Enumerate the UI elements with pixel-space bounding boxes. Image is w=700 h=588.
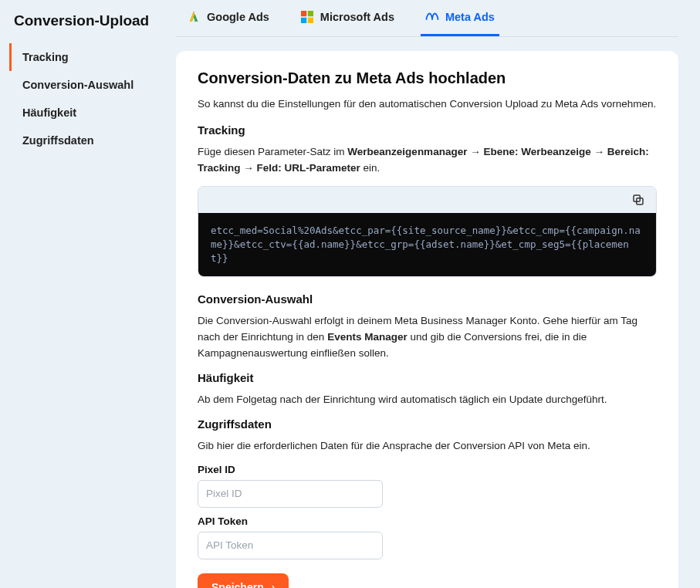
conversion-text: Die Conversion-Auswahl erfolgt in deinem… [198, 313, 657, 362]
sidebar: Conversion-Upload Tracking Conversion-Au… [0, 0, 171, 588]
sidebar-item-label: Conversion-Auswahl [22, 79, 134, 91]
label-api-token: API Token [198, 515, 657, 527]
save-button-label: Speichern [211, 581, 264, 588]
sidebar-item-label: Tracking [22, 51, 69, 63]
sidebar-item-label: Häufigkeit [22, 106, 76, 119]
page-title: Conversion-Upload [14, 12, 165, 29]
tab-google-ads[interactable]: Google Ads [182, 0, 274, 36]
heading-conversion: Conversion-Auswahl [198, 292, 657, 306]
pixel-id-input[interactable] [198, 480, 383, 508]
google-ads-icon [187, 10, 201, 24]
tabs: Google Ads Microsoft Ads Meta Ads [176, 0, 678, 37]
sidebar-item-zugriffsdaten[interactable]: Zugriffsdaten [9, 127, 165, 154]
sidebar-item-tracking[interactable]: Tracking [9, 43, 165, 71]
svg-rect-0 [301, 11, 306, 16]
meta-icon [425, 10, 439, 24]
code-block: etcc_med=Social%20Ads&etcc_par={{site_so… [198, 186, 657, 277]
main: Google Ads Microsoft Ads Meta Ads Conver… [171, 0, 700, 588]
frequency-text: Ab dem Folgetag nach der Einrichtung wir… [198, 392, 657, 408]
tracking-instruction: Füge diesen Parameter-Satz im Werbeanzei… [198, 144, 657, 177]
svg-rect-3 [308, 18, 313, 23]
heading-tracking: Tracking [198, 123, 657, 137]
sidebar-nav: Tracking Conversion-Auswahl Häufigkeit Z… [9, 43, 165, 154]
api-token-input[interactable] [198, 532, 383, 559]
tab-label: Microsoft Ads [320, 11, 394, 23]
tab-label: Google Ads [207, 11, 269, 23]
save-button[interactable]: Speichern › [198, 573, 289, 588]
sidebar-item-label: Zugriffsdaten [22, 134, 94, 147]
tab-label: Meta Ads [445, 11, 495, 23]
tab-meta-ads[interactable]: Meta Ads [421, 0, 499, 36]
tab-microsoft-ads[interactable]: Microsoft Ads [296, 0, 399, 36]
code-toolbar [198, 187, 656, 213]
sidebar-item-haeufigkeit[interactable]: Häufigkeit [9, 99, 165, 127]
microsoft-icon [300, 10, 314, 24]
heading-frequency: Häufigkeit [198, 371, 657, 384]
chevron-right-icon: › [272, 581, 275, 588]
content-title: Conversion-Daten zu Meta Ads hochladen [198, 69, 657, 87]
code-content[interactable]: etcc_med=Social%20Ads&etcc_par={{site_so… [198, 213, 656, 276]
svg-rect-2 [301, 18, 306, 23]
svg-rect-1 [308, 11, 313, 16]
content-intro: So kannst du die Einstellungen für den a… [198, 98, 657, 110]
copy-icon[interactable] [630, 191, 647, 208]
heading-access: Zugriffsdaten [198, 417, 657, 431]
sidebar-item-conversion-auswahl[interactable]: Conversion-Auswahl [9, 71, 165, 99]
content-card: Conversion-Daten zu Meta Ads hochladen S… [176, 51, 678, 588]
label-pixel-id: Pixel ID [198, 464, 657, 475]
access-text: Gib hier die erforderlichen Daten für di… [198, 438, 657, 455]
